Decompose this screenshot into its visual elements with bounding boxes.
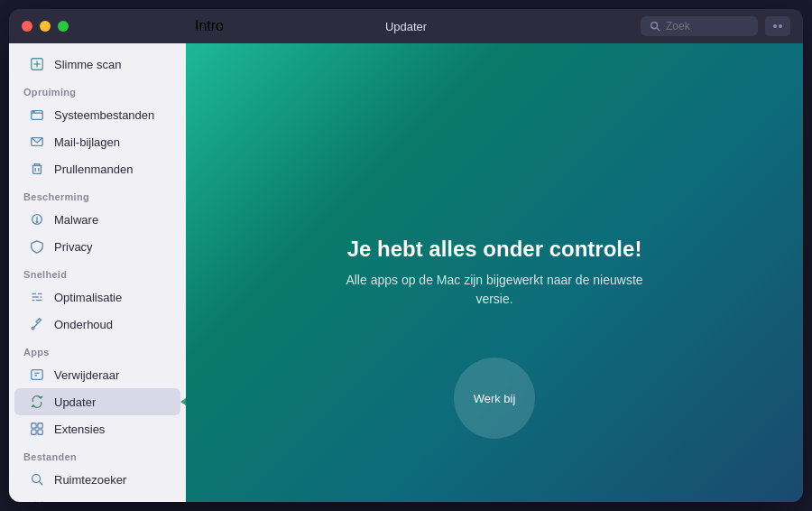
sidebar-item-mail-bijlagen[interactable]: Mail-bijlagen bbox=[14, 128, 180, 155]
malware-icon bbox=[29, 211, 45, 228]
privacy-icon bbox=[29, 238, 45, 255]
content-area: Slimme scan Opruiming Systeembestanden bbox=[9, 43, 803, 502]
svg-rect-23 bbox=[32, 370, 42, 380]
scan-icon bbox=[29, 56, 45, 72]
updater-icon bbox=[29, 394, 45, 410]
mail-icon bbox=[29, 134, 45, 150]
section-label-apps: Apps bbox=[9, 338, 186, 361]
svg-rect-27 bbox=[38, 423, 42, 428]
sidebar-item-label: Prullenmanden bbox=[54, 163, 133, 176]
svg-point-30 bbox=[32, 475, 41, 483]
section-label-snelheid: Snelheid bbox=[9, 260, 186, 283]
svg-point-7 bbox=[33, 111, 34, 112]
nav-back[interactable]: Intro bbox=[189, 18, 224, 34]
menu-button[interactable] bbox=[765, 16, 790, 36]
sidebar-item-malware[interactable]: Malware bbox=[14, 206, 180, 233]
systeembestanden-icon bbox=[29, 107, 45, 123]
section-label-bescherming: Bescherming bbox=[9, 182, 186, 206]
window-title: Updater bbox=[385, 20, 427, 33]
main-content: Je hebt alles onder controle! Alle apps … bbox=[186, 43, 803, 502]
sidebar-item-onderhoud[interactable]: Onderhoud bbox=[14, 311, 180, 338]
sidebar-item-slimme-scan[interactable]: Slimme scan bbox=[14, 51, 180, 78]
optimalisatie-icon bbox=[29, 289, 45, 305]
svg-line-31 bbox=[40, 482, 43, 486]
sidebar-item-label: Mail-bijlagen bbox=[54, 135, 120, 149]
groot-en-oud-icon bbox=[29, 498, 45, 502]
search-icon bbox=[650, 21, 660, 32]
sidebar-item-label: Extensies bbox=[54, 423, 105, 436]
svg-point-22 bbox=[32, 327, 34, 330]
close-button[interactable] bbox=[22, 21, 32, 32]
sidebar: Slimme scan Opruiming Systeembestanden bbox=[9, 43, 186, 502]
menu-dot-2 bbox=[779, 24, 782, 28]
svg-point-0 bbox=[651, 23, 658, 29]
titlebar: Intro Updater bbox=[9, 9, 803, 43]
back-label: Intro bbox=[195, 18, 224, 34]
section-label-opruiming: Opruiming bbox=[9, 78, 186, 101]
svg-rect-28 bbox=[32, 430, 36, 434]
onderhoud-icon bbox=[29, 316, 45, 332]
sidebar-item-label: Malware bbox=[54, 213, 98, 227]
sidebar-item-label: Onderhoud bbox=[54, 318, 113, 331]
sidebar-item-label: Privacy bbox=[54, 240, 93, 254]
svg-rect-26 bbox=[32, 423, 36, 428]
sidebar-item-label: Optimalisatie bbox=[54, 291, 122, 304]
sidebar-item-systeembestanden[interactable]: Systeembestanden bbox=[14, 101, 180, 128]
trash-icon bbox=[29, 161, 45, 177]
svg-rect-29 bbox=[38, 430, 42, 434]
svg-line-1 bbox=[657, 28, 660, 31]
main-title: Je hebt alles onder controle! bbox=[347, 237, 642, 262]
sidebar-item-privacy[interactable]: Privacy bbox=[14, 233, 180, 260]
app-window: Intro Updater bbox=[9, 9, 803, 502]
sidebar-item-ruimtezoeker[interactable]: Ruimtezoeker bbox=[14, 466, 180, 493]
menu-dot-1 bbox=[773, 24, 777, 28]
main-subtitle: Alle apps op de Mac zijn bijgewerkt naar… bbox=[341, 271, 648, 309]
section-label-bestanden: Bestanden bbox=[9, 442, 186, 466]
search-box[interactable] bbox=[641, 16, 758, 36]
sidebar-item-verwijderaar[interactable]: Verwijderaar bbox=[14, 361, 180, 388]
sidebar-item-label: Updater bbox=[54, 395, 96, 409]
sidebar-item-optimalisatie[interactable]: Optimalisatie bbox=[14, 283, 180, 311]
sidebar-item-prullenmanden[interactable]: Prullenmanden bbox=[14, 155, 180, 182]
sidebar-item-label: Slimme scan bbox=[54, 58, 121, 71]
sidebar-item-label: Verwijderaar bbox=[54, 368, 119, 382]
ruimtezoeker-icon bbox=[29, 471, 45, 488]
search-input[interactable] bbox=[666, 20, 747, 33]
minimize-button[interactable] bbox=[40, 21, 51, 32]
maximize-button[interactable] bbox=[58, 21, 69, 32]
update-button[interactable]: Werk bij bbox=[454, 358, 535, 439]
verwijderaar-icon bbox=[29, 367, 45, 383]
sidebar-item-label: Ruimtezoeker bbox=[54, 473, 126, 487]
sidebar-item-groot-en-oud[interactable]: Groot en oud bbox=[14, 493, 180, 502]
sidebar-item-label: Groot en oud bbox=[54, 500, 123, 503]
svg-rect-9 bbox=[33, 165, 42, 173]
extensies-icon bbox=[29, 421, 45, 437]
svg-point-14 bbox=[36, 221, 37, 222]
sidebar-item-updater[interactable]: Updater bbox=[14, 388, 180, 415]
sidebar-item-label: Systeembestanden bbox=[54, 108, 154, 122]
sidebar-item-extensies[interactable]: Extensies bbox=[14, 415, 180, 442]
